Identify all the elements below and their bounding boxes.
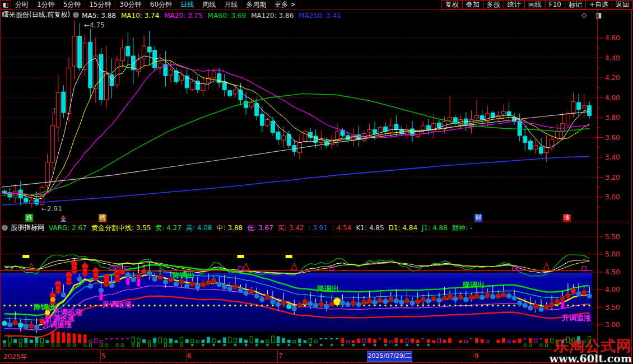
ma-legend-item-0: MA5: 3.88 (82, 12, 116, 20)
indicator-values: VARG: 2.67黄金分割中线: 3.55卖: 4.27高: 4.08中: 3… (49, 222, 477, 233)
toolbar-action-8[interactable]: 返回 (612, 0, 633, 10)
date-divider (186, 350, 187, 362)
chevron-down-circle-icon[interactable]: ˇ (73, 12, 79, 18)
indicator-field-8: : 4.54 (332, 224, 352, 232)
symbol-title[interactable]: 曙光股份(日线.前复权) (2, 10, 70, 20)
price-tick-label: 3.20 (605, 174, 629, 181)
date-divider (277, 350, 278, 362)
right-border (631, 0, 632, 364)
period-tab-8[interactable]: 月线 (220, 0, 242, 10)
indicator-tick-label: 4.50 (605, 268, 629, 276)
indicator-field-9: K1: 4.85 (356, 224, 384, 232)
axis-border (597, 10, 598, 362)
toolbar-action-5[interactable]: F10 (545, 0, 565, 10)
date-label: 5 (101, 352, 106, 360)
indicator-field-2: 卖: 4.27 (155, 224, 181, 232)
signal-label: 升调追涨 (562, 313, 591, 323)
signal-label: 升调追涨 (103, 300, 132, 310)
toolbar-action-1[interactable]: 叠加 (462, 0, 483, 10)
price-tick-label: 4.20 (605, 74, 629, 82)
period-tab-6[interactable]: 日线 (176, 0, 198, 10)
date-divider (100, 350, 101, 362)
signal-label: 降调出 (463, 280, 485, 290)
period-tab-7[interactable]: 周线 (198, 0, 220, 10)
period-tab-10[interactable]: 更多 > (271, 0, 300, 10)
date-label: 6 (187, 352, 192, 360)
toolbar-action-4[interactable]: 画线 (524, 0, 546, 10)
ma-legend-item-4: MA120: 3.86 (251, 12, 294, 20)
period-tab-0[interactable]: 分时 (11, 0, 33, 10)
price-tick-label: 3.00 (605, 193, 629, 201)
ma-legend-item-1: MA10: 3.74 (121, 12, 159, 20)
trading-terminal: ◧ 分时1分钟5分钟15分钟30分钟60分钟日线周线月线多周期更多 > 复权叠加… (0, 0, 633, 364)
ma-legend-item-2: MA20: 3.75 (164, 12, 202, 20)
toolbar-actions: 复权叠加多股统计画线F10标记+自选返回 (442, 0, 633, 10)
indicator-tick-label: 5.50 (605, 233, 629, 241)
title-bar: 曙光股份(日线.前复权) ˇ MA5: 3.88MA10: 3.74MA20: … (0, 10, 596, 20)
chevron-down-circle-icon[interactable]: ˇ (2, 225, 8, 231)
price-tick-label: 3.40 (605, 153, 629, 161)
period-tabs: ◧ 分时1分钟5分钟15分钟30分钟60分钟日线周线月线多周期更多 > (0, 0, 300, 10)
indicator-field-11: J1: 4.88 (422, 224, 448, 232)
watermark: 乐淘公式网 www.60lt.com (550, 338, 632, 364)
toolbar-action-0[interactable]: 复权 (441, 0, 463, 10)
ma-legend-item-3: MA60: 3.69 (208, 12, 246, 20)
indicator-field-3: 高: 4.08 (186, 224, 212, 232)
toolbar-action-3[interactable]: 统计 (504, 0, 525, 10)
high-price-note: ←4.75 (84, 21, 105, 29)
chart-badge-榜: 榜 (99, 214, 106, 222)
signal-label: 降调出 (34, 302, 55, 312)
left-border (0, 10, 1, 362)
period-tab-5[interactable]: 60分钟 (146, 0, 176, 10)
indicator-field-5: 低: 3.67 (247, 224, 273, 232)
indicator-field-0: VARG: 2.67 (49, 224, 87, 232)
selected-date: 2025/07/29/二 (367, 351, 412, 362)
chart-canvas[interactable] (0, 0, 633, 364)
price-tick-label: 3.80 (605, 114, 629, 122)
period-tab-4[interactable]: 30分钟 (116, 0, 146, 10)
indicator-field-4: 中: 3.88 (217, 224, 243, 232)
period-tab-2[interactable]: 5分钟 (59, 0, 86, 10)
signal-label: 降调出 (173, 270, 194, 281)
layout-split-icon[interactable]: ◧ (0, 0, 11, 10)
title-bar-icons[interactable]: ◇ ◨ (581, 11, 605, 19)
indicator-tick-label: 3.50 (605, 304, 629, 311)
indicator-tick-label: 4.00 (605, 286, 629, 293)
top-toolbar: ◧ 分时1分钟5分钟15分钟30分钟60分钟日线周线月线多周期更多 > 复权叠加… (0, 0, 633, 10)
period-tab-3[interactable]: 15分钟 (85, 0, 115, 10)
date-label: 7 (278, 352, 283, 360)
toolbar-action-6[interactable]: 标记 (565, 0, 586, 10)
price-tick-label: 3.60 (605, 134, 629, 142)
ma-legend: MA5: 3.88MA10: 3.74MA20: 3.75MA60: 3.69M… (82, 10, 346, 20)
date-divider (473, 350, 473, 362)
indicator-field-7: : 3.91 (308, 224, 328, 232)
period-tab-1[interactable]: 1分钟 (33, 0, 59, 10)
period-tab-9[interactable]: 多周期 (242, 0, 271, 10)
signal-label: 降调出 (317, 284, 339, 294)
indicator-tick-label: 3.00 (605, 321, 629, 329)
watermark-url: www.60lt.com (550, 353, 632, 364)
indicator-field-1: 黄金分割中线: 3.55 (91, 224, 151, 232)
chart-badge-跌: 跌 (25, 214, 33, 222)
indicator-field-10: D1: 4.84 (389, 224, 417, 232)
toolbar-action-2[interactable]: 多股 (483, 0, 504, 10)
price-tick-label: 4.40 (605, 54, 629, 62)
chart-badge-财: 财 (474, 214, 482, 222)
chart-badge-涨: 涨 (563, 214, 571, 222)
price-tick-label: 4.60 (605, 34, 629, 42)
indicator-source-name[interactable]: 股朋指标网 (11, 223, 44, 232)
price-tick-label: 4.00 (605, 94, 629, 102)
low-price-note: ←2.91 (41, 205, 62, 213)
t-marker: T (52, 108, 56, 115)
toolbar-action-7[interactable]: +自选 (585, 0, 612, 10)
indicator-field-6: 买: 3.42 (278, 224, 304, 232)
signal-label: 升调追涨 (43, 320, 72, 330)
date-axis[interactable]: 2025/07/29/二 2025年5679 (0, 349, 597, 363)
date-label: 2025年 (3, 352, 27, 362)
date-label: 9 (474, 352, 479, 360)
watermark-site-name: 乐淘公式网 (550, 338, 632, 353)
ma-legend-item-5: MA250: 3.41 (299, 12, 341, 20)
indicator-tick-label: 5.00 (605, 250, 629, 258)
indicator-field-12: 财神: - (452, 224, 472, 232)
indicator-title-bar: ˇ 股朋指标网 VARG: 2.67黄金分割中线: 3.55卖: 4.27高: … (0, 223, 596, 232)
